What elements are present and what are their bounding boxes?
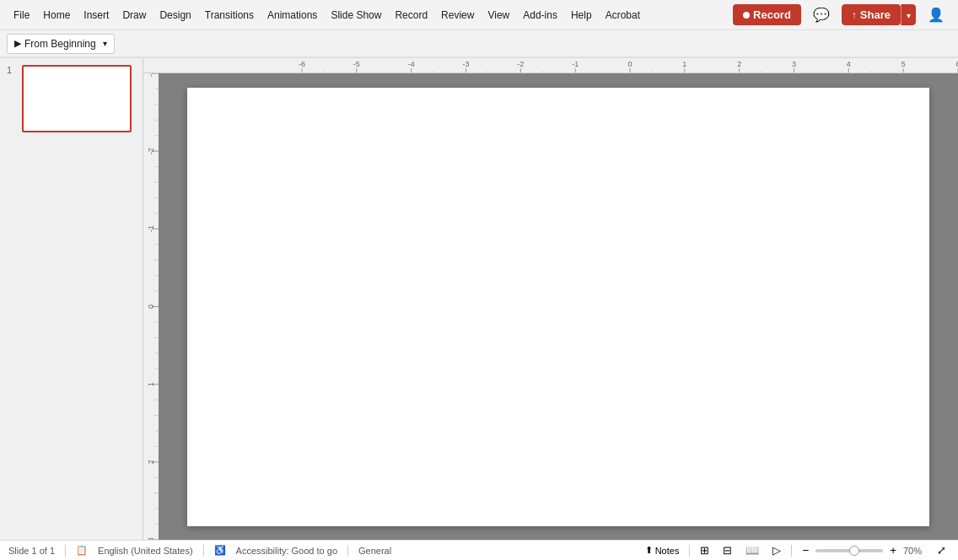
normal-view-icon: ⊞ [700,544,709,557]
slideshow-icon: ▷ [772,544,781,557]
ruler-top: -6-5-4-3-2-10123456 [143,58,958,73]
status-sep-5 [791,545,792,557]
ruler-left-svg: -3-2-10123 [143,73,159,540]
menu-insert[interactable]: Insert [77,6,116,24]
menu-file[interactable]: File [7,6,36,24]
menu-help[interactable]: Help [564,6,599,24]
svg-text:-4: -4 [408,60,415,68]
slide-thumbnail-1[interactable] [22,65,132,132]
notes-icon: ⬆ [645,545,653,556]
zoom-control: − + 70% [799,542,927,558]
main-area: 1 -6-5-4-3-2-10123456 -3-2-1 [0,58,958,540]
fit-window-icon: ⤢ [937,544,946,557]
menu-animations[interactable]: Animations [261,6,324,24]
share-dropdown-button[interactable]: ▾ [901,4,916,25]
ruler-left: -3-2-10123 [143,73,159,540]
svg-text:-2: -2 [147,148,155,154]
status-sep-4 [689,545,690,557]
svg-text:0: 0 [627,60,632,68]
menu-bar: File Home Insert Draw Design Transitions… [7,6,647,24]
svg-text:-3: -3 [462,60,469,68]
record-button-top[interactable]: Record [733,4,801,25]
zoom-in-button[interactable]: + [886,542,900,558]
canvas-with-ruler: -3-2-10123 [143,73,958,540]
svg-text:-6: -6 [299,60,305,68]
svg-text:2: 2 [147,460,155,464]
normal-view-button[interactable]: ⊞ [697,542,713,558]
menu-design[interactable]: Design [153,6,197,24]
svg-text:-1: -1 [147,225,155,232]
fit-to-window-button[interactable]: ⤢ [934,542,950,558]
svg-text:0: 0 [147,304,155,309]
chevron-down-icon: ▾ [907,11,911,20]
slide-item-1[interactable]: 1 [7,65,136,132]
from-beginning-label: From Beginning [24,38,96,50]
share-label: Share [860,8,891,21]
share-button[interactable]: ↑ Share [842,4,901,25]
slide-info: Slide 1 of 1 [8,546,55,556]
menu-review[interactable]: Review [434,6,481,24]
svg-text:-3: -3 [147,73,155,77]
reading-view-icon: 📖 [745,544,759,557]
status-bar: Slide 1 of 1 📋 English (United States) ♿… [0,540,958,560]
svg-text:2: 2 [737,60,741,68]
accessibility-icon: ♿ [214,545,226,556]
notes-button[interactable]: ⬆ Notes [642,543,683,557]
accessibility-label[interactable]: Accessibility: Good to go [236,546,337,556]
zoom-out-button[interactable]: − [799,542,812,558]
person-icon: 👤 [928,8,945,22]
menu-record[interactable]: Record [388,6,434,24]
zoom-slider[interactable] [815,549,883,552]
svg-text:3: 3 [792,60,796,68]
svg-text:1: 1 [682,60,686,68]
status-sep-1 [65,545,66,557]
share-icon: ↑ [852,9,857,21]
menu-draw[interactable]: Draw [116,6,153,24]
menu-home[interactable]: Home [36,6,77,24]
svg-text:-5: -5 [353,60,360,68]
reading-view-button[interactable]: 📖 [742,542,762,558]
menu-slideshow[interactable]: Slide Show [324,6,388,24]
notes-toggle-icon: 📋 [76,545,88,556]
slide-sorter-icon: ⊟ [723,544,732,557]
zoom-out-icon: − [802,544,809,557]
ruler-top-svg: -6-5-4-3-2-10123456 [143,58,958,73]
zoom-thumb[interactable] [849,546,859,556]
slide-panel: 1 [0,58,143,540]
language-label[interactable]: English (United States) [98,546,193,556]
notes-label: Notes [655,546,680,556]
status-left: Slide 1 of 1 📋 English (United States) ♿… [8,545,628,557]
menu-acrobat[interactable]: Acrobat [599,6,647,24]
svg-text:-1: -1 [572,60,579,68]
slide-canvas[interactable] [159,73,958,540]
svg-text:-2: -2 [517,60,524,68]
presenter-button[interactable]: 👤 [921,3,951,27]
comment-icon: 💬 [813,7,830,23]
status-sep-3 [347,545,348,557]
menu-addins[interactable]: Add-ins [516,6,564,24]
share-group: ↑ Share ▾ [842,4,916,25]
canvas-area: -6-5-4-3-2-10123456 -3-2-10123 [143,58,958,540]
svg-rect-0 [143,58,958,73]
view-mode-label: General [358,546,391,556]
status-right: ⬆ Notes ⊞ ⊟ 📖 ▷ − + 70% [642,542,950,558]
from-beginning-dropdown[interactable]: ▶ From Beginning ▾ [7,34,115,54]
svg-text:1: 1 [147,382,155,386]
zoom-level[interactable]: 70% [903,546,927,556]
menu-view[interactable]: View [481,6,516,24]
comments-button[interactable]: 💬 [806,3,837,27]
zoom-in-icon: + [890,544,896,557]
play-icon: ▶ [14,38,21,49]
dropdown-chevron-icon: ▾ [103,39,107,48]
record-label: Record [753,8,791,21]
slideshow-view-button[interactable]: ▷ [769,542,784,558]
svg-text:4: 4 [847,60,851,68]
record-dot-icon [743,12,750,19]
svg-text:5: 5 [901,60,906,68]
status-sep-2 [203,545,204,557]
menu-transitions[interactable]: Transitions [198,6,261,24]
ribbon: File Home Insert Draw Design Transitions… [0,0,958,58]
slide-content [187,88,929,526]
svg-text:3: 3 [147,537,155,540]
slide-sorter-button[interactable]: ⊟ [719,542,735,558]
